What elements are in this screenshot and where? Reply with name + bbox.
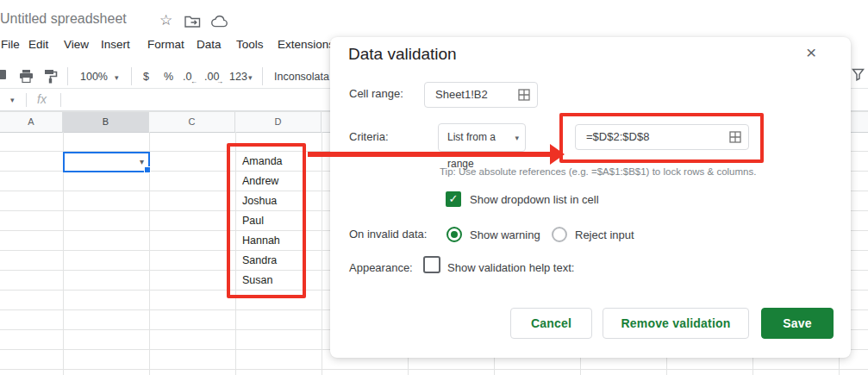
cell-range-field[interactable]: Sheet1!B2 [424,82,538,108]
zoom-level[interactable]: 100% [80,71,108,83]
format-currency-button[interactable]: $ [143,71,149,83]
clipped-toolbar-icon [0,70,6,79]
menu-view[interactable]: View [64,38,89,51]
menu-data[interactable]: Data [197,38,222,51]
print-icon[interactable] [19,69,34,84]
document-title[interactable]: Untitled spreadsheet [0,11,127,27]
dialog-title: Data validation [348,45,457,64]
reject-input-label: Reject input [575,228,634,241]
data-validation-dialog: Data validation × Cell range: Sheet1!B2 … [330,37,851,358]
column-header-c[interactable]: C [149,112,235,133]
tip-text: Tip: Use absolute references (e.g. =$A$1… [440,166,756,177]
fx-icon: fx [37,92,47,106]
format-percent-button[interactable]: % [164,71,173,83]
cancel-button[interactable]: Cancel [510,308,592,339]
sheets-app: Untitled spreadsheet ☆ File Edit View In… [0,0,868,375]
column-header-d[interactable]: D [235,112,322,133]
show-dropdown-label: Show dropdown list in cell [470,193,599,206]
column-header-b[interactable]: B [63,112,149,133]
criteria-type-dropdown[interactable]: List from a range ▾ [438,123,526,152]
annotation-box-criteria-field [559,113,764,163]
radio-dot-icon [451,231,458,238]
cell-range-label: Cell range: [349,87,403,100]
show-help-text-label: Show validation help text: [447,261,574,274]
on-invalid-data-label: On invalid data: [349,228,427,241]
criteria-label: Criteria: [349,130,389,143]
menu-edit[interactable]: Edit [28,38,48,51]
paint-format-icon[interactable] [44,69,58,84]
show-warning-radio[interactable] [446,227,462,242]
cloud-saved-icon[interactable] [211,16,228,28]
name-box-caret-icon[interactable]: ▾ [10,96,15,104]
menu-insert[interactable]: Insert [101,38,130,51]
show-warning-label: Show warning [470,228,540,241]
move-to-folder-icon[interactable] [184,15,201,28]
cell-range-value[interactable]: Sheet1!B2 [435,83,488,107]
close-icon[interactable]: × [806,42,816,63]
appearance-label: Appearance: [349,261,413,274]
checkmark-icon: ✓ [449,192,459,205]
menu-extensions[interactable]: Extensions [278,38,334,51]
in-cell-dropdown-caret-icon[interactable]: ▾ [140,157,144,166]
save-button[interactable]: Save [761,308,834,339]
show-help-text-checkbox[interactable] [423,256,440,273]
menu-file[interactable]: File [1,38,20,51]
more-formats-caret-icon: ▾ [248,73,253,82]
font-family-selector[interactable]: Inconsolata [274,71,329,83]
selected-cell-b2[interactable]: ▾ [63,152,150,172]
remove-validation-button[interactable]: Remove validation [603,308,749,339]
select-range-grid-icon[interactable] [518,89,530,101]
show-dropdown-checkbox[interactable]: ✓ [446,191,461,207]
menu-tools[interactable]: Tools [236,38,264,51]
criteria-dropdown-caret-icon: ▾ [515,134,519,142]
increase-decimal-arrow-icon: → [216,78,223,85]
menu-format[interactable]: Format [147,38,184,51]
filter-icon[interactable] [852,68,865,81]
annotation-arrow [308,152,552,157]
column-header-a[interactable]: A [0,112,63,133]
zoom-caret-icon: ▾ [115,73,119,82]
decrease-decimal-arrow-icon: ← [190,78,197,85]
star-icon[interactable]: ☆ [159,11,172,29]
fill-handle[interactable] [144,166,151,173]
reject-input-radio[interactable] [552,227,567,242]
more-formats-button[interactable]: 123 [229,71,247,83]
annotation-box-names-range [227,143,306,298]
